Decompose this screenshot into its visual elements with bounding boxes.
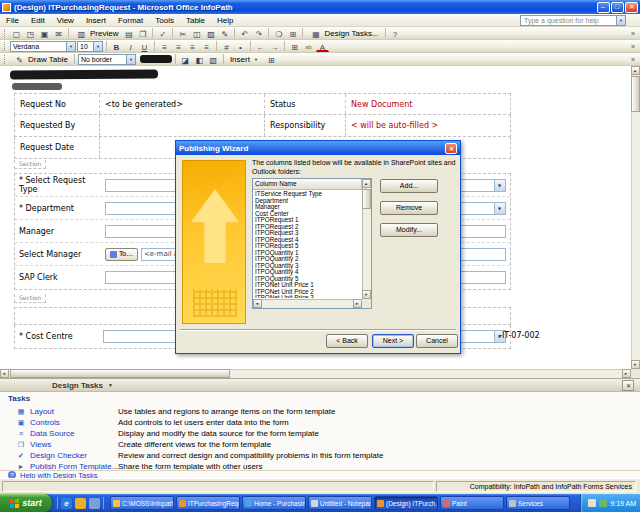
menu-view[interactable]: View <box>51 14 80 27</box>
taskbar-button-notepad[interactable]: Untitled - Notepad <box>308 496 372 510</box>
maximize-button[interactable] <box>611 2 624 13</box>
internet-explorer-icon[interactable]: e <box>61 498 72 509</box>
question-for-help-box[interactable]: Type a question for help <box>520 15 626 26</box>
eraser-icon[interactable]: ◪ <box>179 54 192 65</box>
border-color-icon[interactable]: ◧ <box>193 54 206 65</box>
mail-icon[interactable]: ✉ <box>52 28 65 39</box>
undo-icon[interactable]: ↶ <box>238 28 251 39</box>
bullets-icon[interactable]: • <box>234 41 247 52</box>
align-left-icon[interactable]: ≡ <box>158 41 171 52</box>
design-tasks-button[interactable]: ▦ Design Tasks... <box>306 28 381 39</box>
chevron-down-icon[interactable] <box>66 42 75 51</box>
scrollbar-thumb[interactable] <box>631 76 640 112</box>
task-link[interactable]: Layout <box>30 407 118 416</box>
next-button[interactable]: Next > <box>372 334 414 348</box>
status-field[interactable]: New Document <box>346 100 510 109</box>
align-right-icon[interactable]: ≡ <box>186 41 199 52</box>
toolbar-grip[interactable] <box>4 29 7 38</box>
menu-edit[interactable]: Edit <box>25 14 51 27</box>
task-link[interactable]: Controls <box>30 418 118 427</box>
bold-button[interactable]: B <box>110 41 123 52</box>
menu-file[interactable]: File <box>0 14 25 27</box>
decrease-indent-icon[interactable]: ← <box>254 41 267 52</box>
dropdown-arrow-icon[interactable] <box>494 180 505 191</box>
task-item-views[interactable]: ❐ Views Create different views for the f… <box>0 439 640 450</box>
title-bar[interactable]: (Design) ITPurchasingRequest - Microsoft… <box>0 0 640 14</box>
tray-icon-2[interactable] <box>599 499 607 507</box>
table-grid-icon[interactable]: ⊞ <box>265 54 278 65</box>
insert-menu-button[interactable]: Insert <box>227 54 264 65</box>
save-icon[interactable]: ▣ <box>38 28 51 39</box>
scroll-left-icon[interactable] <box>253 299 262 308</box>
borders-icon[interactable]: ⊞ <box>288 41 301 52</box>
toolbar-grip[interactable] <box>4 42 7 51</box>
task-item-layout[interactable]: ▦ Layout Use tables and regions to arran… <box>0 406 640 417</box>
font-color-icon[interactable]: A <box>316 41 329 52</box>
design-tasks-pane-header[interactable]: Design Tasks ▼ <box>0 379 640 392</box>
dialog-close-button[interactable] <box>445 143 457 154</box>
align-center-icon[interactable]: ≡ <box>172 41 185 52</box>
paste-icon[interactable]: ▨ <box>204 28 217 39</box>
cancel-button[interactable]: Cancel <box>416 334 458 348</box>
outlook-icon[interactable] <box>75 498 86 509</box>
taskbar-button-paint[interactable]: Paint <box>440 496 504 510</box>
show-desktop-icon[interactable] <box>89 498 100 509</box>
hyperlink-icon[interactable]: ❍ <box>272 28 285 39</box>
request-no-field[interactable]: <to be generated> <box>100 100 264 109</box>
scroll-up-icon[interactable] <box>631 66 640 75</box>
column-name-header[interactable]: Column Name <box>253 179 362 190</box>
task-item-data-source[interactable]: ≡ Data Source Display and modify the dat… <box>0 428 640 439</box>
task-link[interactable]: Views <box>30 440 118 449</box>
chevron-down-icon[interactable] <box>616 16 625 25</box>
taskbar-button-services[interactable]: Services <box>506 496 570 510</box>
increase-indent-icon[interactable]: → <box>268 41 281 52</box>
preview-button[interactable]: ▥ Preview <box>72 28 121 39</box>
task-link[interactable]: Design Checker <box>30 451 118 460</box>
tray-icon-1[interactable] <box>588 499 596 507</box>
modify-button[interactable]: Modify... <box>380 223 438 237</box>
section-tab[interactable]: Section <box>14 160 46 169</box>
task-item-controls[interactable]: ▣ Controls Add controls to let users ent… <box>0 417 640 428</box>
border-style-combo[interactable]: No border <box>78 54 136 65</box>
format-painter-icon[interactable]: ✎ <box>218 28 231 39</box>
toolbar-options-icon[interactable]: » <box>631 56 638 63</box>
toolbar-options-icon[interactable]: » <box>631 30 638 37</box>
start-button[interactable]: start <box>0 494 52 512</box>
justify-icon[interactable]: ≡ <box>200 41 213 52</box>
clock[interactable]: 9:19 AM <box>610 500 636 507</box>
chevron-down-icon[interactable]: ▼ <box>108 382 113 388</box>
add-button[interactable]: Add... <box>380 179 438 193</box>
menu-tools[interactable]: Tools <box>149 14 180 27</box>
menu-help[interactable]: Help <box>211 14 239 27</box>
insert-table-icon[interactable]: ⊞ <box>286 28 299 39</box>
to-button[interactable]: To... <box>105 248 138 261</box>
scroll-right-icon[interactable] <box>622 369 631 378</box>
vertical-scrollbar[interactable] <box>631 66 640 369</box>
draw-table-button[interactable]: ✎ Draw Table <box>10 54 71 65</box>
column-item[interactable]: ITPONet Unit Price 3 <box>254 295 361 298</box>
taskbar-button-infopath-design[interactable]: (Design) ITPurch... <box>374 496 438 510</box>
highlight-icon[interactable]: ab <box>302 41 315 52</box>
open-icon[interactable]: ◳ <box>24 28 37 39</box>
section-tab[interactable]: Section <box>14 294 46 303</box>
task-link[interactable]: Data Source <box>30 429 118 438</box>
taskbar-button-explorer[interactable]: C:\MOSS\Infopath... <box>110 496 174 510</box>
spelling-icon[interactable]: ✓ <box>156 28 169 39</box>
shading-icon[interactable]: ▧ <box>207 54 220 65</box>
horizontal-scrollbar[interactable] <box>0 369 631 378</box>
menu-table[interactable]: Table <box>180 14 211 27</box>
scroll-left-icon[interactable] <box>0 369 9 378</box>
toolbar-options-icon[interactable]: » <box>631 43 638 50</box>
scrollbar-thumb[interactable] <box>362 189 371 209</box>
taskbar-button-browser[interactable]: Home - Purchasing... <box>242 496 306 510</box>
taskbar-button-infopath-file[interactable]: ITPurchasingReques... <box>176 496 240 510</box>
back-button[interactable]: < Back <box>326 334 368 348</box>
print-preview-icon[interactable]: ❐ <box>136 28 149 39</box>
new-form-icon[interactable]: ▢ <box>10 28 23 39</box>
chevron-down-icon[interactable] <box>126 55 135 64</box>
scroll-right-icon[interactable] <box>353 299 362 308</box>
dropdown-arrow-icon[interactable] <box>494 203 505 214</box>
numbering-icon[interactable]: # <box>220 41 233 52</box>
font-name-combo[interactable]: Verdana <box>10 41 76 52</box>
cut-icon[interactable]: ✂ <box>176 28 189 39</box>
